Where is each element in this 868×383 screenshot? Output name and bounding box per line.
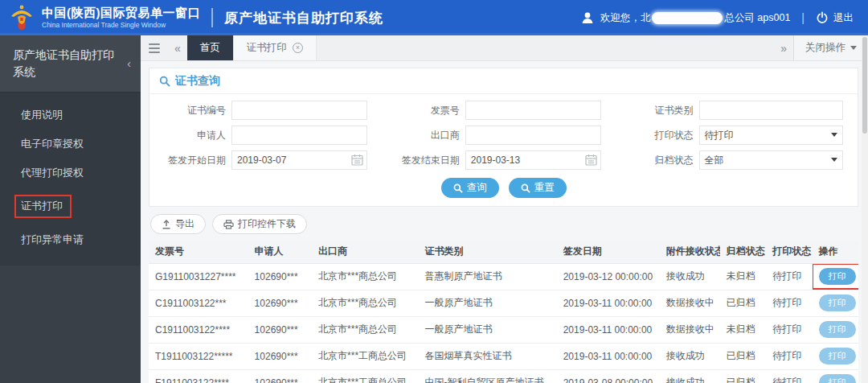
search-icon [159, 76, 170, 87]
sidebar-title-text: 原产地证书自助打印系统 [13, 48, 114, 78]
sidebar-item[interactable]: 证书打印 [0, 187, 141, 225]
end-date-input[interactable]: 2019-03-13 [465, 150, 601, 170]
cert-type-cell: 一般原产地证书 [419, 316, 557, 343]
archive-status-cell: 未归档 [720, 316, 766, 343]
user-area: 欢迎您，北 总公司 aps001 | 退出 [580, 10, 854, 25]
exporter-input[interactable] [465, 126, 601, 145]
archive-status-label: 归档状态 [622, 154, 699, 167]
certificates-table: 发票号申请人出口商证书类别签发日期附件接收状态归档状态打印状态操作 G19110… [149, 241, 858, 383]
calendar-icon[interactable] [585, 154, 597, 169]
print-status-cell: 待打印 [766, 316, 812, 343]
applicant-label: 申请人 [154, 129, 231, 142]
end-date-value: 2019-03-13 [471, 154, 520, 166]
download-print-control-button[interactable]: 打印控件下载 [212, 214, 307, 234]
invoice-no-cell: F1911003122**** [149, 369, 248, 383]
content-area: « 首页证书打印× » 关闭操作 [141, 35, 868, 383]
reset-button-label: 重置 [534, 181, 555, 195]
invoice-no-input[interactable] [465, 101, 601, 120]
table-header-row: 发票号申请人出口商证书类别签发日期附件接收状态归档状态打印状态操作 [149, 241, 858, 263]
close-tab-icon[interactable]: × [293, 43, 303, 53]
scrollbar-thumb[interactable] [862, 37, 867, 134]
start-date-input[interactable]: 2019-03-07 [231, 150, 367, 170]
search-icon [453, 183, 463, 193]
print-status-select[interactable]: 待打印 [699, 126, 843, 145]
close-operations-dropdown[interactable]: 关闭操作 [793, 35, 868, 60]
applicant-cell: 102690*** [248, 290, 312, 316]
logout-button[interactable]: 退出 [833, 11, 854, 25]
reset-button[interactable]: 重置 [509, 178, 567, 198]
sidebar-item[interactable]: 代理打印授权 [0, 159, 141, 187]
tab[interactable]: 首页 [187, 35, 234, 60]
print-button-annotation: 打印 [819, 268, 856, 285]
print-button[interactable]: 打印 [819, 374, 856, 383]
sidebar-item-label: 打印异常申请 [21, 233, 84, 245]
sidebar-item[interactable]: 电子印章授权 [0, 130, 141, 159]
sidebar-item[interactable]: 使用说明 [0, 101, 141, 130]
operation-cell: 打印 [813, 290, 858, 316]
top-header: 中国(陕西)国际贸易单一窗口 China International Trade… [0, 0, 868, 35]
applicant-cell: 102690*** [248, 369, 312, 383]
cert-type-cell: 普惠制原产地证书 [419, 263, 557, 290]
print-button-wrap: 打印 [819, 348, 856, 364]
chevron-down-icon [831, 133, 837, 137]
print-button-wrap: 打印 [819, 294, 856, 311]
operation-cell: 打印 [813, 369, 858, 383]
scroll-tabs-right-icon[interactable]: » [774, 42, 793, 55]
archive-status-cell: 未归档 [720, 263, 766, 290]
issue-date-cell: 2019-03-11 00:00:00 [557, 343, 660, 369]
exporter-cell: 北京市***商总公司 [312, 290, 418, 316]
cert-no-label: 证书编号 [154, 104, 231, 117]
exporter-cell: 北京市***商总公司 [312, 316, 418, 343]
archive-status-value: 全部 [705, 154, 724, 167]
brand-text: 中国(陕西)国际贸易单一窗口 China International Trade… [42, 6, 200, 29]
download-button-label: 打印控件下载 [238, 217, 296, 231]
print-status-cell: 待打印 [766, 263, 812, 290]
sidebar-collapse-icon[interactable]: ‹ [127, 55, 131, 73]
print-button[interactable]: 打印 [819, 268, 856, 285]
table-row: C1911003122****102690***北京市***商总公司一般原产地证… [149, 316, 858, 343]
archive-status-select[interactable]: 全部 [699, 150, 843, 170]
column-header: 附件接收状态 [660, 241, 720, 263]
print-button[interactable]: 打印 [819, 348, 856, 364]
attachment-status-cell: 数据接收中 [660, 316, 720, 343]
archive-status-cell: 已归档 [720, 343, 766, 369]
tab[interactable]: 证书打印× [234, 35, 317, 60]
exporter-cell: 北京市***商总公司 [312, 263, 418, 290]
table-row: F1911003122****102690***北京市***工商总公司中国-智利… [149, 369, 858, 383]
export-button[interactable]: 导出 [150, 214, 206, 234]
page-body: 证书查询 证书编号 发票号 证书类别 [141, 61, 868, 383]
cert-type-cell: 中国-智利自贸区原产地证书 [419, 369, 557, 383]
single-window-logo-icon [8, 4, 35, 31]
vertical-scrollbar[interactable] [862, 35, 868, 383]
column-header: 申请人 [248, 241, 312, 263]
operation-cell: 打印 [813, 316, 858, 343]
issue-date-cell: 2019-03-11 00:00:00 [557, 316, 660, 343]
cert-no-field-group: 证书编号 [154, 101, 367, 120]
column-header: 归档状态 [720, 241, 766, 263]
printer-icon [223, 220, 234, 229]
sidebar-title: 原产地证书自助打印系统 ‹ [0, 35, 141, 93]
column-header: 打印状态 [766, 241, 812, 263]
print-button[interactable]: 打印 [819, 294, 856, 311]
menu-toggle-icon[interactable] [141, 35, 168, 60]
sidebar-item-label: 证书打印 [14, 195, 72, 218]
search-button-label: 查询 [467, 181, 487, 195]
column-header: 出口商 [312, 241, 418, 263]
invoice-no-cell: C1911003122*** [149, 290, 248, 316]
chevron-down-icon [831, 158, 837, 162]
brand-subtitle: China International Trade Single Window [42, 22, 200, 29]
print-status-cell: 待打印 [766, 369, 812, 383]
print-button[interactable]: 打印 [819, 321, 856, 338]
sidebar-item-label: 使用说明 [21, 109, 63, 121]
cert-type-input[interactable] [699, 101, 843, 120]
cert-no-input[interactable] [231, 101, 367, 120]
exporter-cell: 北京市***工商总公司 [312, 343, 418, 369]
sidebar-item[interactable]: 打印异常申请 [0, 225, 141, 254]
tab-bar-right: » 关闭操作 [774, 35, 868, 60]
power-icon[interactable] [816, 11, 829, 24]
scroll-tabs-left-icon[interactable]: « [168, 35, 187, 60]
archive-status-cell: 已归档 [720, 290, 766, 316]
applicant-input[interactable] [231, 126, 367, 145]
search-button[interactable]: 查询 [441, 178, 499, 198]
calendar-icon[interactable] [351, 154, 363, 169]
